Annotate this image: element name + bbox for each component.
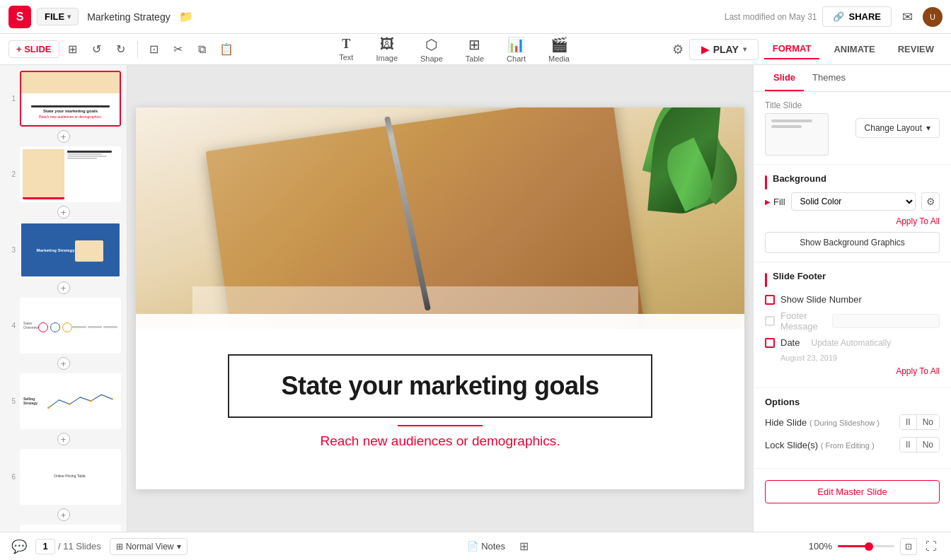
slide-row-2: 2 — [6, 146, 121, 202]
slide-thumb-inner-3: Marketing Strategy — [20, 222, 121, 278]
add-slide-between-3[interactable]: + — [57, 281, 70, 294]
plus-between-2: + — [6, 206, 121, 218]
lock-slide-sub: ( From Editing ) — [821, 441, 875, 450]
lock-slide-toggle-ii[interactable]: II — [900, 438, 917, 452]
chart-tool-label: Chart — [507, 54, 526, 63]
chart-tool[interactable]: 📊 Chart — [501, 33, 531, 66]
fill-row: ▶ Fill Solid Color ⚙ — [765, 192, 940, 211]
add-slide-between-1[interactable]: + — [57, 130, 70, 143]
slide-thumb-1[interactable]: State your marketing goals Reach new aud… — [20, 71, 121, 127]
show-background-graphics-button[interactable]: Show Background Graphics — [765, 232, 940, 253]
grid-view-button[interactable]: ⊞ — [62, 39, 83, 60]
redo-button[interactable]: ↻ — [110, 39, 132, 60]
media-tool[interactable]: 🎬 Media — [543, 33, 575, 66]
themes-tab[interactable]: Themes — [804, 65, 854, 91]
settings-icon[interactable]: ⚙ — [672, 42, 684, 57]
text-tool[interactable]: T Text — [333, 34, 359, 64]
add-slide-label: + SLIDE — [16, 44, 52, 54]
review-tab[interactable]: REVIEW — [889, 40, 943, 59]
slide-thumb-6[interactable]: Online Pricing Table — [20, 449, 121, 505]
show-slide-number-checkbox[interactable] — [765, 295, 775, 305]
add-slide-button[interactable]: + SLIDE — [8, 40, 59, 58]
page-total-text: / 11 Slides — [58, 541, 101, 552]
layout-info: Title Slide — [765, 100, 848, 156]
edit-master-slide-button[interactable]: Edit Master Slide — [765, 480, 940, 503]
footer-accent-bar — [765, 273, 767, 287]
animate-tab[interactable]: ANIMATE — [825, 40, 883, 59]
table-tool[interactable]: ⊞ Table — [460, 33, 490, 66]
layout-line-2 — [771, 125, 802, 128]
footer-message-row: Footer Message — [765, 310, 940, 332]
zoom-handle[interactable] — [865, 542, 873, 551]
slide-thumb-img-4: Sales Overview — [21, 299, 120, 352]
slide-tab[interactable]: Slide — [765, 65, 804, 91]
right-panel-tabs: Slide Themes — [754, 65, 951, 92]
date-checkbox[interactable] — [765, 338, 775, 348]
undo-button[interactable]: ↺ — [86, 39, 108, 60]
slide-thumb-2[interactable] — [20, 146, 121, 202]
mail-icon[interactable]: ✉ — [897, 7, 917, 27]
layout-preview: Title Slide Change Layout ▾ — [765, 100, 940, 156]
grid-view-icon[interactable]: ⊞ — [519, 539, 529, 553]
format-tab[interactable]: FORMAT — [764, 39, 820, 59]
slide-row-6: 6 Online Pricing Table — [6, 449, 121, 505]
main-content: 1 State your marketing goals Reach new a… — [0, 65, 951, 532]
slide-thumb-5[interactable]: Selling Strategy — [20, 373, 121, 429]
page-number-input[interactable] — [35, 539, 55, 554]
slide-thumb-3[interactable]: Marketing Strategy — [20, 222, 121, 278]
add-slide-between-4[interactable]: + — [57, 357, 70, 370]
view-chevron-icon: ▾ — [177, 542, 181, 552]
toolbar-center: T Text 🖼 Image ⬡ Shape ⊞ Table 📊 Chart 🎬… — [333, 33, 575, 66]
play-button[interactable]: ▶ PLAY ▾ — [689, 39, 759, 60]
slide-thumb-img-3: Marketing Strategy — [21, 223, 120, 276]
zoom-slider-track[interactable] — [838, 541, 894, 552]
slide-thumb-7[interactable]: Timeline 📍 📍 — [20, 525, 121, 532]
user-avatar[interactable]: U — [923, 7, 943, 27]
share-button[interactable]: 🔗 SHARE — [822, 6, 892, 27]
change-layout-button[interactable]: Change Layout ▾ — [855, 118, 940, 138]
notes-button[interactable]: 📄 Notes — [467, 541, 505, 552]
notes-label: Notes — [481, 541, 505, 552]
footer-message-checkbox[interactable] — [765, 316, 775, 326]
slide-canvas[interactable]: State your marketing goals Reach new aud… — [136, 107, 744, 489]
comment-icon[interactable]: 💬 — [11, 539, 27, 554]
svg-point-3 — [111, 398, 113, 400]
add-slide-between-2[interactable]: + — [57, 206, 70, 218]
app-logo: S — [8, 6, 31, 28]
slide-thumb-inner-4: Sales Overview — [20, 298, 121, 354]
fill-settings-button[interactable]: ⚙ — [921, 192, 940, 211]
paste-button[interactable]: 📋 — [216, 39, 237, 60]
lock-slide-row: Lock Slide(s) ( From Editing ) II No — [765, 437, 940, 453]
slide-main-title: State your marketing goals — [265, 371, 616, 401]
slides-sidebar: 1 State your marketing goals Reach new a… — [0, 65, 127, 532]
options-title: Options — [765, 397, 940, 407]
fill-expand-icon[interactable]: ▶ — [765, 198, 771, 206]
footer-message-input[interactable] — [832, 314, 940, 328]
shape-tool[interactable]: ⬡ Shape — [415, 33, 449, 66]
fit-to-screen-button[interactable]: ⊡ — [900, 538, 917, 555]
file-menu-button[interactable]: FILE ▾ — [37, 8, 79, 25]
fill-type-select[interactable]: Solid Color — [791, 192, 916, 211]
toolbar-separator-1 — [137, 41, 138, 58]
bg-apply-to-all-link[interactable]: Apply To All — [765, 216, 940, 226]
hide-slide-toggle-ii[interactable]: II — [900, 415, 917, 429]
footer-apply-to-all-link[interactable]: Apply To All — [765, 366, 940, 376]
slide-thumb-4[interactable]: Sales Overview — [20, 298, 121, 354]
hide-slide-toggle: II No — [899, 414, 940, 430]
svg-point-1 — [69, 403, 71, 405]
layout-button[interactable]: ⊡ — [144, 39, 165, 60]
fullscreen-button[interactable]: ⛶ — [923, 538, 940, 555]
view-selector[interactable]: ⊞ Normal View ▾ — [110, 538, 188, 555]
layout-thumb — [765, 113, 829, 156]
add-slide-between-6[interactable]: + — [57, 508, 70, 521]
bottom-bar: 💬 / 11 Slides ⊞ Normal View ▾ 📄 Notes ⊞ … — [0, 532, 951, 560]
update-automatically-label: Update Automatically — [811, 338, 891, 348]
copy-button[interactable]: ⧉ — [192, 39, 213, 60]
add-slide-between-5[interactable]: + — [57, 433, 70, 445]
image-tool[interactable]: 🖼 Image — [370, 33, 403, 65]
cut-button[interactable]: ✂ — [168, 39, 189, 60]
document-title[interactable]: Marketing Strategy — [87, 11, 171, 23]
lock-slide-toggle-no[interactable]: No — [917, 438, 939, 452]
media-tool-label: Media — [548, 54, 570, 63]
hide-slide-toggle-no[interactable]: No — [917, 415, 939, 429]
